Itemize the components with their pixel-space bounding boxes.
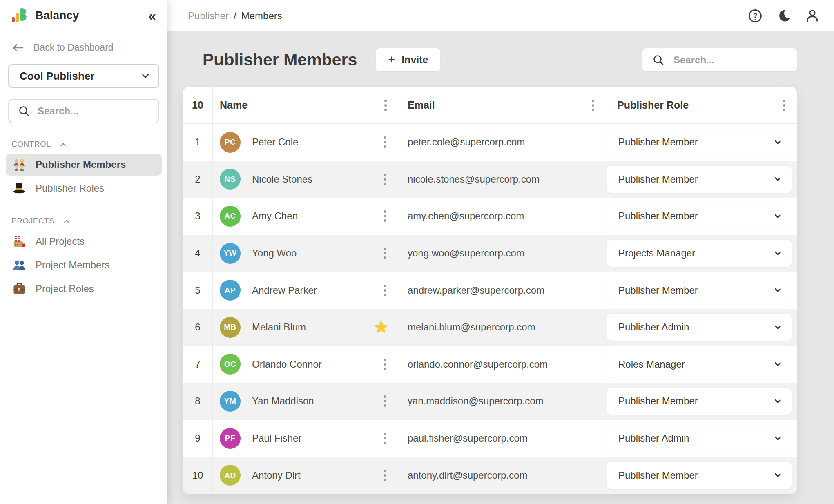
member-email: melani.blum@supercorp.com (408, 321, 535, 333)
member-email: antony.dirt@supercorp.com (408, 470, 527, 481)
member-role-value: Publisher Member (618, 136, 698, 148)
avatar: MB (220, 317, 241, 338)
chevron-down-icon (775, 286, 781, 292)
chevron-up-icon (61, 143, 66, 148)
email-column-menu-icon[interactable] (590, 98, 596, 113)
avatar-initials: OC (224, 360, 236, 369)
table-row: 2 NS Nicole Stones nicole.stones@superco… (183, 161, 797, 198)
member-name: Amy Chen (252, 210, 298, 222)
row-menu-icon[interactable] (382, 431, 388, 446)
back-to-dashboard-link[interactable]: Back to Dashboard (11, 42, 156, 53)
member-role-select[interactable]: Publisher Member (607, 166, 792, 193)
member-role-select[interactable]: Publisher Member (607, 388, 792, 415)
member-email: peter.cole@supercorp.com (408, 136, 525, 148)
avatar: OC (220, 354, 241, 375)
avatar-initials: NS (225, 175, 236, 184)
members-search-input[interactable] (673, 54, 787, 66)
avatar-initials: YW (224, 249, 237, 258)
member-name: Paul Fisher (252, 433, 301, 444)
sidebar-item-all-projects[interactable]: All Projects (6, 230, 162, 252)
avatar: NS (220, 169, 241, 190)
member-name: Peter Cole (252, 136, 298, 148)
role-column-menu-icon[interactable] (781, 98, 787, 113)
name-column-header: Name (220, 99, 248, 111)
member-role-select[interactable]: Publisher Member (607, 129, 792, 156)
sidebar-item-publisher-members[interactable]: Publisher Members (6, 154, 162, 176)
email-header-cell: Email (399, 87, 607, 123)
chevron-down-icon (775, 212, 781, 219)
breadcrumb-page: Members (241, 10, 282, 22)
sidebar-item-publisher-roles[interactable]: Publisher Roles (6, 177, 162, 199)
member-name: Yan Maddison (252, 395, 314, 407)
collapse-sidebar-icon[interactable]: « (148, 9, 156, 22)
member-role-select[interactable]: Publisher Admin (607, 314, 792, 341)
row-menu-icon[interactable] (382, 357, 388, 372)
row-menu-icon[interactable] (382, 283, 388, 298)
member-name: Orlando Connor (252, 359, 322, 370)
member-name: Nicole Stones (252, 174, 312, 185)
chevron-down-icon (775, 323, 781, 330)
section-control[interactable]: CONTROL (11, 140, 156, 149)
row-menu-icon[interactable] (382, 172, 388, 187)
chevron-down-icon (775, 175, 781, 181)
avatar: AC (220, 206, 241, 227)
chevron-down-icon (775, 434, 781, 440)
avatar: YW (220, 243, 241, 264)
row-menu-icon[interactable] (382, 246, 388, 261)
sidebar-item-project-roles[interactable]: Project Roles (6, 278, 162, 300)
role-header-cell: Publisher Role (607, 87, 797, 123)
member-role-value: Publisher Member (618, 395, 698, 407)
row-index: 3 (195, 210, 200, 222)
member-name: Andrew Parker (252, 285, 317, 296)
sidebar-item-label: All Projects (36, 236, 85, 247)
avatar-initials: PC (225, 138, 236, 147)
row-index: 1 (195, 136, 200, 148)
profile-icon[interactable] (805, 8, 820, 24)
table-row: 5 AP Andrew Parker andrew.parker@superco… (183, 272, 797, 309)
row-menu-icon[interactable] (382, 209, 388, 223)
breadcrumb: Publisher / Members (188, 10, 282, 22)
topbar-icons: ? (747, 8, 820, 24)
section-projects[interactable]: PROJECTS (11, 216, 156, 225)
row-menu-icon[interactable] (382, 135, 388, 149)
sidebar: Balancy « Back to Dashboard Cool Publish… (0, 0, 167, 504)
row-menu-icon[interactable] (382, 468, 388, 483)
chevron-down-icon (142, 71, 149, 78)
table-row: 10 AD Antony Dirt antony.dirt@supercorp.… (183, 457, 797, 494)
sidebar-item-label: Publisher Members (36, 159, 126, 170)
chevron-down-icon (775, 360, 781, 366)
member-role-select[interactable]: Publisher Member (607, 277, 792, 304)
plus-icon: + (388, 53, 395, 67)
member-role-select[interactable]: Publisher Member (607, 462, 792, 489)
back-to-dashboard-label: Back to Dashboard (33, 42, 114, 53)
sidebar-search-input[interactable] (38, 105, 149, 117)
row-menu-icon[interactable] (382, 394, 388, 408)
help-icon[interactable]: ? (747, 8, 763, 24)
row-index: 7 (195, 359, 200, 370)
member-role-select[interactable]: Roles Manager (607, 351, 792, 378)
member-role-select[interactable]: Projects Manager (607, 240, 792, 267)
member-role-select[interactable]: Publisher Admin (607, 425, 792, 452)
member-role-select[interactable]: Publisher Member (607, 203, 792, 230)
sidebar-item-label: Project Members (36, 259, 109, 271)
dark-mode-moon-icon[interactable] (776, 8, 792, 24)
invite-button[interactable]: + Invite (376, 48, 440, 71)
sidebar-item-label: Publisher Roles (36, 183, 104, 194)
member-name: Yong Woo (252, 248, 297, 259)
member-role-value: Publisher Member (618, 174, 698, 185)
avatar-initials: AP (225, 286, 236, 295)
publisher-selector[interactable]: Cool Publisher (8, 64, 159, 88)
table-row: 4 YW Yong Woo yong.woo@supercorp.com Pro… (183, 235, 797, 272)
name-header-cell: Name (212, 87, 399, 123)
table-row: 1 PC Peter Cole peter.cole@supercorp.com… (183, 124, 797, 161)
row-index: 6 (195, 321, 200, 333)
table-body: 1 PC Peter Cole peter.cole@supercorp.com… (183, 124, 797, 494)
name-column-menu-icon[interactable] (383, 98, 388, 113)
member-name: Melani Blum (252, 321, 306, 333)
arrow-left-icon (11, 43, 25, 53)
member-role-value: Publisher Member (618, 210, 698, 222)
sidebar-item-project-members[interactable]: Project Members (6, 254, 162, 276)
row-index: 5 (195, 285, 200, 296)
breadcrumb-section[interactable]: Publisher (188, 10, 229, 22)
owner-star-icon[interactable] (375, 321, 388, 334)
